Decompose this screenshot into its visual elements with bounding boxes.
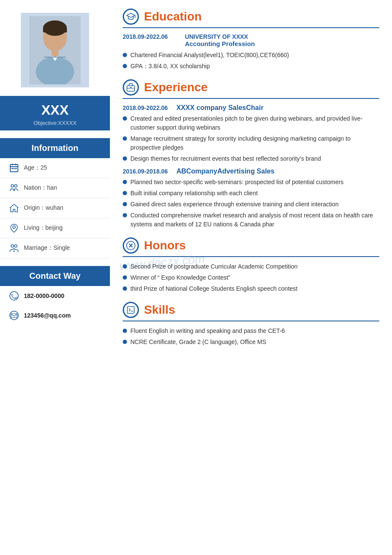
profile-photo <box>21 13 89 87</box>
bullet-dot <box>123 202 127 206</box>
honors-bullet-1: Second Prize of postgraduate Curricular … <box>123 262 379 271</box>
education-bullets: Chartered Financial Analyst(level1), TOE… <box>123 51 379 71</box>
honors-divider <box>123 256 379 257</box>
education-bullet-2: GPA：3.8/4.0, XX scholarship <box>123 62 379 71</box>
education-section: Education 2018.09-2022.06 UNIVERSITY OF … <box>123 9 379 71</box>
info-item-nation: Nation：han <box>0 178 110 198</box>
info-item-marriage: Marriage：Single <box>0 238 110 258</box>
skills-section: Skills Fluent English in writing and spe… <box>123 302 379 347</box>
svg-rect-7 <box>44 57 66 58</box>
bullet-dot <box>123 116 127 121</box>
skills-icon <box>123 302 139 318</box>
honors-icon <box>123 237 139 254</box>
job1-bullet-3: Design themes for recruitment events tha… <box>123 154 379 163</box>
svg-rect-4 <box>52 50 58 56</box>
bullet-dot <box>123 264 127 269</box>
honors-bullets: Second Prize of postgraduate Curricular … <box>123 262 379 293</box>
job1-bullets: Created and edited presentationles pitch… <box>123 114 379 163</box>
skills-title-row: Skills <box>123 302 379 318</box>
main-content: Education 2018.09-2022.06 UNIVERSITY OF … <box>110 0 392 555</box>
contact-item-phone: 182-0000-0000 <box>0 286 110 306</box>
education-university: UNIVERSITY OF XXXX <box>185 33 255 40</box>
skills-bullet-1: Fluent English in writing and speaking a… <box>123 327 379 335</box>
bullet-dot <box>123 275 127 280</box>
job1-bullet-2: Manage recruitment strategy for sorority… <box>123 134 379 152</box>
name-area: XXX Objective:XXXXX <box>0 96 110 130</box>
bullet-dot <box>123 180 127 184</box>
contact-item-email: 123456@qq.com <box>0 306 110 325</box>
job2-bullets: Planned two sector-specific web-seminars… <box>123 178 379 229</box>
education-major: Accounting Profession <box>185 40 255 47</box>
job1-date: 2018.09-2022.06 <box>123 104 168 111</box>
location-icon <box>9 223 20 234</box>
education-title-row: Education <box>123 9 379 25</box>
bullet-dot <box>123 340 127 344</box>
honors-section: Honors Second Prize of postgraduate Curr… <box>123 237 379 293</box>
job2-bullet-4: Conducted comprehensive market research … <box>123 211 379 229</box>
info-item-living: Living：beijing <box>0 218 110 238</box>
job1-bullet-1: Created and edited presentationles pitch… <box>123 114 379 132</box>
nation-text: Nation：han <box>24 184 57 192</box>
honors-title: Honors <box>144 239 186 252</box>
experience-section: Experience 2018.09-2022.06 XXXX company … <box>123 79 379 229</box>
job2-meta: 2016.09-2018.06 ABCompanyAdvertising Sal… <box>123 168 379 175</box>
info-section-header: Information <box>0 138 110 158</box>
origin-text: Origin：wuhan <box>24 204 63 212</box>
bullet-dot <box>123 136 127 141</box>
education-title: Education <box>144 10 202 23</box>
honors-bullet-3: third Prize of National College Students… <box>123 284 379 293</box>
education-bullet-1: Chartered Financial Analyst(level1), TOE… <box>123 51 379 60</box>
bullet-dot <box>123 329 127 333</box>
svg-point-18 <box>13 226 15 228</box>
marriage-text: Marriage：Single <box>24 244 70 252</box>
info-item-origin: Origin：wuhan <box>0 198 110 218</box>
skills-bullet-2: NCRE Certificate, Grade 2 (C language), … <box>123 338 379 347</box>
email-text: 123456@qq.com <box>24 312 71 319</box>
experience-icon <box>123 79 139 95</box>
job2-bullet-1: Planned two sector-specific web-seminars… <box>123 178 379 187</box>
svg-point-20 <box>14 245 17 247</box>
education-date: 2018.09-2022.06 <box>123 33 168 47</box>
bullet-dot <box>123 213 127 217</box>
honors-title-row: Honors <box>123 237 379 254</box>
skills-title: Skills <box>144 303 175 317</box>
education-meta: 2018.09-2022.06 UNIVERSITY OF XXXX Accou… <box>123 33 379 47</box>
marriage-icon <box>9 243 20 254</box>
bullet-dot <box>123 53 127 57</box>
bullet-dot <box>123 286 127 291</box>
phone-text: 182-0000-0000 <box>24 292 64 299</box>
svg-rect-12 <box>12 168 13 169</box>
age-text: Age：25 <box>24 164 47 172</box>
skills-divider <box>123 321 379 321</box>
contact-list: 182-0000-0000 123456@qq.com <box>0 286 110 325</box>
skills-bullets: Fluent English in writing and speaking a… <box>123 327 379 347</box>
experience-title: Experience <box>144 81 208 94</box>
svg-rect-3 <box>43 28 67 32</box>
info-item-age: Age：25 <box>0 158 110 178</box>
svg-point-19 <box>11 245 14 247</box>
svg-point-16 <box>14 185 17 187</box>
photo-area <box>0 0 110 96</box>
experience-divider <box>123 98 379 99</box>
email-icon <box>9 310 20 321</box>
nation-icon <box>9 182 20 194</box>
living-text: Living：beijing <box>24 224 63 232</box>
job2-bullet-3: Gained direct sales experience through e… <box>123 200 379 209</box>
svg-rect-13 <box>14 168 15 169</box>
svg-rect-14 <box>15 168 17 169</box>
bullet-dot <box>123 64 127 68</box>
job2-date: 2016.09-2018.06 <box>123 168 168 175</box>
job1-company: XXXX company SalesChair <box>176 104 264 112</box>
svg-point-15 <box>11 185 14 187</box>
bullet-dot <box>123 156 127 161</box>
contact-section-header: Contact Way <box>0 266 110 286</box>
honors-bullet-2: Winner of “ Expo Knowledge Contest" <box>123 273 379 282</box>
education-divider <box>123 27 379 28</box>
phone-icon <box>9 290 20 301</box>
experience-title-row: Experience <box>123 79 379 95</box>
education-icon <box>123 9 139 25</box>
info-list: Age：25 Nation：han Origin：wuh <box>0 158 110 258</box>
home-icon <box>9 202 20 214</box>
education-uni-block: UNIVERSITY OF XXXX Accounting Profession <box>185 33 255 47</box>
objective: Objective:XXXXX <box>4 120 106 126</box>
